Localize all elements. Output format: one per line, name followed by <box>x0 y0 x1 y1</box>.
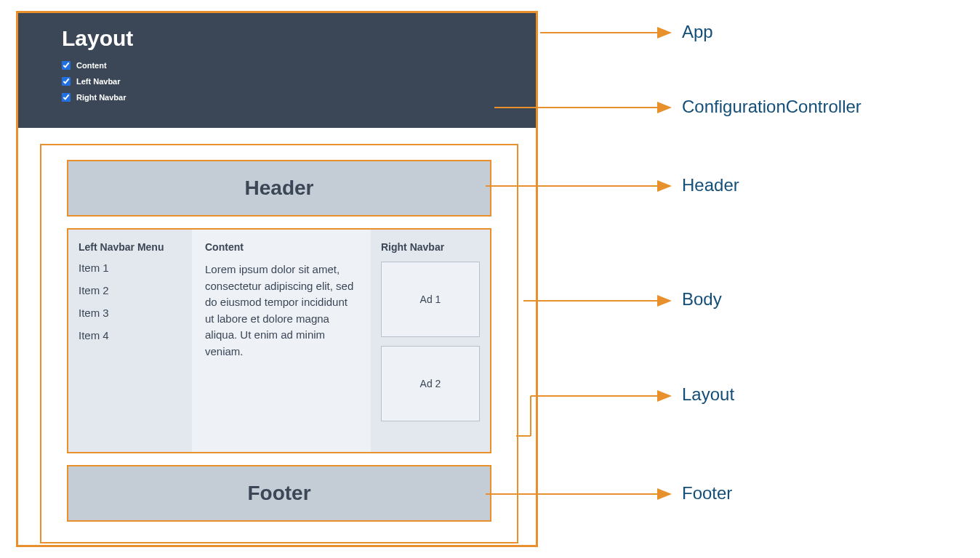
footer-bar: Footer <box>67 465 491 522</box>
label-body: Body <box>682 289 722 310</box>
label-footer: Footer <box>682 483 732 504</box>
checkbox-content[interactable] <box>62 61 71 70</box>
left-nav-item[interactable]: Item 3 <box>79 307 182 319</box>
label-configuration-controller: ConfigurationController <box>682 97 861 117</box>
label-app: App <box>682 22 713 42</box>
configuration-controller-panel: Layout Content Left Navbar Right Navbar <box>18 13 536 128</box>
content-text: Lorem ipsum dolor sit amet, consectetur … <box>205 262 358 360</box>
config-check-content: Content <box>62 61 492 70</box>
ad-box-1: Ad 1 <box>381 262 480 337</box>
right-navbar: Right Navbar Ad 1 Ad 2 <box>371 230 490 452</box>
header-bar: Header <box>67 160 491 217</box>
left-navbar-list: Item 1 Item 2 Item 3 Item 4 <box>79 262 182 341</box>
app-box: Layout Content Left Navbar Right Navbar … <box>16 11 538 547</box>
config-checkbox-list: Content Left Navbar Right Navbar <box>62 61 492 102</box>
ad-box-2: Ad 2 <box>381 346 480 421</box>
header-title: Header <box>245 177 314 200</box>
config-check-left-navbar: Left Navbar <box>62 77 492 86</box>
layout-box: Header Left Navbar Menu Item 1 Item 2 It… <box>40 144 518 543</box>
config-title: Layout <box>62 26 492 51</box>
label-header: Header <box>682 175 739 195</box>
body-row: Left Navbar Menu Item 1 Item 2 Item 3 It… <box>67 228 491 453</box>
checkbox-label: Content <box>76 61 107 70</box>
left-navbar-title: Left Navbar Menu <box>79 241 182 253</box>
content-title: Content <box>205 241 358 253</box>
checkbox-left-navbar[interactable] <box>62 77 71 86</box>
label-layout: Layout <box>682 384 734 405</box>
checkbox-right-navbar[interactable] <box>62 93 71 102</box>
left-nav-item[interactable]: Item 4 <box>79 329 182 341</box>
config-check-right-navbar: Right Navbar <box>62 93 492 102</box>
content-column: Content Lorem ipsum dolor sit amet, cons… <box>192 230 371 452</box>
left-nav-item[interactable]: Item 2 <box>79 284 182 296</box>
checkbox-label: Left Navbar <box>76 77 121 86</box>
right-navbar-title: Right Navbar <box>381 241 480 253</box>
left-nav-item[interactable]: Item 1 <box>79 262 182 274</box>
checkbox-label: Right Navbar <box>76 93 126 102</box>
left-navbar: Left Navbar Menu Item 1 Item 2 Item 3 It… <box>68 230 192 452</box>
footer-title: Footer <box>247 482 310 505</box>
